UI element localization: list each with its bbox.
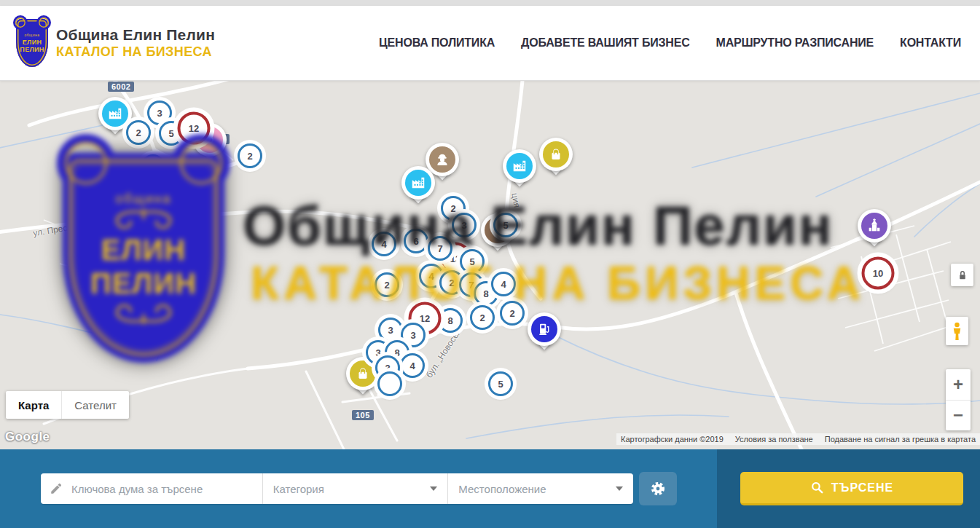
shopping-pin[interactable] — [539, 138, 573, 171]
pencil-icon — [50, 482, 63, 495]
cluster-marker[interactable]: 2 — [238, 143, 262, 168]
attribution-text: Картографски данни ©2019 — [621, 435, 724, 444]
cluster-marker[interactable]: 10 — [862, 257, 895, 290]
google-logo[interactable]: Google — [5, 430, 50, 444]
cluster-marker[interactable]: 12 — [178, 112, 211, 145]
map-type-control: Карта Сателит — [6, 391, 129, 419]
cluster-marker[interactable]: 8 — [438, 308, 463, 333]
attribution-link[interactable]: Подаване на сигнал за грешка в картата — [825, 435, 976, 444]
nav-item[interactable]: ДОБАВЕТЕ ВАШИЯТ БИЗНЕС — [521, 36, 689, 50]
top-strip — [0, 0, 980, 6]
cluster-marker[interactable]: 7 — [428, 236, 452, 261]
chevron-down-icon — [616, 486, 623, 491]
cluster-marker[interactable]: 3 — [378, 318, 403, 342]
advanced-settings-button[interactable] — [639, 472, 677, 505]
fuel-icon — [531, 316, 557, 342]
pin-head — [528, 312, 561, 346]
crest-line1: ЕЛИН — [23, 39, 42, 46]
search-bar: Категория Местоположение ТЪРСЕНЕ — [0, 449, 980, 528]
cluster-marker[interactable]: 2 — [500, 301, 525, 326]
location-select-value: Местоположение — [458, 483, 546, 495]
cluster-marker[interactable]: 2 — [375, 272, 399, 297]
factory-pin[interactable] — [98, 97, 132, 130]
site-title: Община Елин Пелин — [56, 26, 215, 44]
pin-head — [539, 138, 573, 171]
road-shield-label: 105 — [352, 410, 374, 420]
church-icon — [861, 213, 887, 239]
cluster-marker[interactable]: 5 — [488, 371, 513, 396]
crest-line2: ПЕЛИН — [20, 46, 44, 53]
location-select[interactable]: Местоположение — [448, 473, 633, 504]
site-logo[interactable]: община ЕЛИН ПЕЛИН Община Елин Пелин КАТА… — [0, 19, 215, 67]
crest-top-text: община — [24, 33, 39, 37]
cluster-marker[interactable]: 2 — [470, 305, 495, 330]
cluster-marker[interactable]: 3 — [452, 213, 477, 237]
map-type-satellite-button[interactable]: Сателит — [61, 391, 129, 419]
road-shield-label: 6002 — [108, 82, 134, 92]
fuel-station-pin[interactable] — [528, 312, 561, 346]
cluster-marker[interactable]: 4 — [491, 272, 516, 296]
pegman-icon — [950, 321, 964, 342]
shopping-bag-icon — [543, 141, 569, 168]
category-select[interactable]: Категория — [263, 473, 449, 504]
cluster-marker[interactable]: 5 — [460, 249, 485, 274]
cluster-marker[interactable] — [377, 371, 402, 396]
gear-icon — [649, 480, 667, 497]
municipality-crest-logo: община ЕЛИН ПЕЛИН — [16, 19, 48, 67]
search-button-label: ТЪРСЕНЕ — [831, 481, 893, 494]
cluster-marker[interactable]: 5 — [493, 213, 518, 237]
cluster-marker[interactable]: 6 — [404, 229, 428, 253]
pin-head — [858, 209, 891, 243]
page: община ЕЛИН ПЕЛИН Община Елин Пелин КАТА… — [0, 0, 980, 528]
crest-ornament — [36, 15, 51, 30]
keyword-field[interactable] — [41, 473, 263, 504]
nav-item[interactable]: МАРШРУТНО РАЗПИСАНИЕ — [716, 36, 874, 50]
lock-button[interactable] — [951, 264, 973, 286]
search-fields: Категория Местоположение — [41, 473, 633, 504]
shopping-bag-icon — [350, 360, 376, 387]
cluster-marker[interactable]: 4 — [372, 232, 396, 256]
pin-head — [98, 97, 132, 130]
search-input[interactable] — [70, 482, 254, 496]
map-type-map-button[interactable]: Карта — [6, 391, 61, 419]
chevron-down-icon — [430, 486, 437, 491]
factory-icon — [506, 153, 533, 179]
main-nav: ЦЕНОВА ПОЛИТИКАДОБАВЕТЕ ВАШИЯТ БИЗНЕСМАР… — [379, 36, 980, 50]
search-button[interactable]: ТЪРСЕНЕ — [740, 472, 963, 505]
map-attribution: Картографски данни ©2019Условия за ползв… — [616, 433, 980, 445]
lock-icon — [956, 269, 969, 282]
factory-icon — [102, 101, 128, 127]
search-icon — [810, 481, 824, 494]
zoom-in-button[interactable]: + — [946, 369, 971, 401]
category-select-value: Категория — [273, 483, 324, 495]
header: община ЕЛИН ПЕЛИН Община Елин Пелин КАТА… — [0, 6, 980, 81]
pin-head — [503, 149, 536, 183]
zoom-control: + − — [946, 369, 971, 430]
factory-pin[interactable] — [401, 166, 435, 200]
cluster-marker[interactable]: 4 — [400, 353, 425, 378]
crest-ornament — [13, 15, 28, 30]
church-pin[interactable] — [858, 209, 891, 243]
attribution-link[interactable]: Условия за ползване — [735, 435, 813, 444]
street-view-pegman-button[interactable] — [946, 317, 968, 345]
site-subtitle: КАТАЛОГ НА БИЗНЕСА — [56, 44, 215, 60]
nav-item[interactable]: ЦЕНОВА ПОЛИТИКА — [379, 36, 495, 50]
brand-text: Община Елин Пелин КАТАЛОГ НА БИЗНЕСА — [56, 26, 215, 60]
cluster-marker[interactable] — [141, 154, 165, 179]
zoom-out-button[interactable]: − — [946, 401, 971, 431]
factory-icon — [405, 170, 431, 196]
factory-pin[interactable] — [503, 149, 536, 183]
pin-head — [401, 166, 435, 200]
map-canvas[interactable]: ул. Преславбул. „Новоселция 6002105 3251… — [0, 80, 980, 449]
nav-item[interactable]: КОНТАКТИ — [900, 36, 961, 50]
cluster-marker[interactable]: 2 — [126, 120, 151, 145]
